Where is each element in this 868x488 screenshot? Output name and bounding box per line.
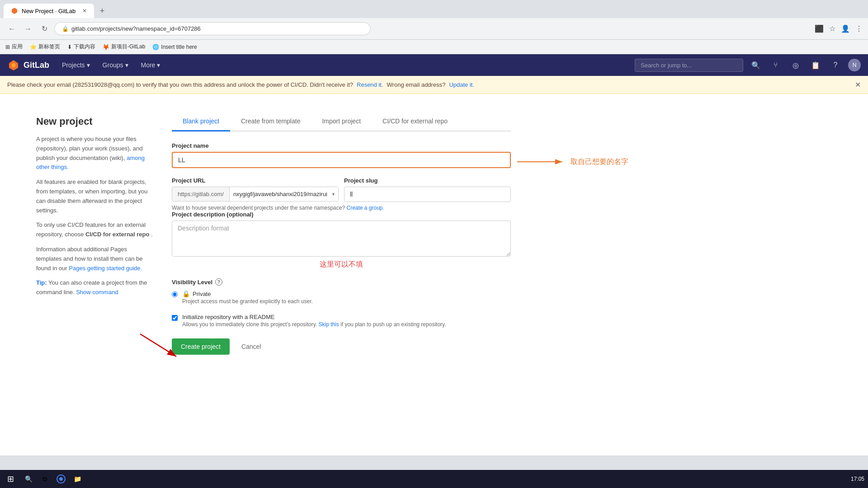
sidebar-para4: Information about additional Pages templ… [36, 245, 154, 273]
description-group: Project description (optional) 这里可以不填 [172, 211, 511, 269]
url-input-group: https://gitlab.com/ nxygigf/javaweb/shan… [172, 187, 339, 202]
apps-icon: ⊞ [5, 44, 10, 50]
reload-button[interactable]: ↻ [38, 23, 51, 35]
bookmark-icon[interactable]: ☆ [829, 24, 835, 33]
sidebar-para3: To only use CI/CD features for an extern… [36, 221, 154, 239]
readme-desc: Allows you to immediately clone this pro… [182, 321, 446, 328]
issues-icon[interactable]: ◎ [788, 58, 803, 72]
form-actions: Create project Cancel [172, 338, 511, 355]
tab-close-button[interactable]: ✕ [82, 8, 87, 14]
url-path-select[interactable]: nxygigf/javaweb/shanxi2019/mazirui ▾ [230, 187, 338, 201]
address-bar-row: ← → ↻ 🔒 gitlab.com/projects/new?namespac… [0, 18, 868, 40]
tab-create-template[interactable]: Create from template [230, 112, 311, 131]
url-prefix: https://gitlab.com/ [172, 187, 230, 201]
annotation-text: 取自己想要的名字 [571, 157, 628, 167]
nav-menu: Projects ▾ Groups ▾ More ▾ [57, 58, 165, 72]
annotation-arrow-svg [513, 155, 567, 169]
bookmarks-bar: ⊞ 应用 ⭐ 新标签页 ⬇ 下载内容 🦊 新项目-GitLab 🌐 Insert… [0, 40, 868, 54]
project-slug-group: Project slug [344, 177, 511, 202]
form-tabs: Blank project Create from template Impor… [172, 112, 511, 131]
project-slug-input[interactable] [344, 187, 511, 202]
chevron-down-icon: ▾ [332, 192, 335, 197]
tab-import-project[interactable]: Import project [311, 112, 372, 131]
new-tab-button[interactable]: + [96, 5, 108, 17]
private-option: 🔒 Private Project access must be granted… [172, 290, 511, 305]
project-name-input[interactable] [173, 153, 510, 167]
gitlab-logo[interactable]: GitLab [7, 59, 49, 71]
readme-checkbox[interactable] [172, 315, 178, 321]
tab-blank-project[interactable]: Blank project [172, 112, 230, 131]
description-input[interactable] [172, 221, 511, 257]
wrong-email-text: Wrong email address? [387, 81, 446, 88]
url-path-text: nxygigf/javaweb/shanxi2019/mazirui [233, 191, 330, 197]
project-name-group: Project name [172, 142, 511, 168]
gitlab-navbar: GitLab Projects ▾ Groups ▾ More ▾ 🔍 [0, 54, 868, 76]
profile-icon[interactable]: 👤 [841, 24, 850, 33]
gitlab-wordmark: GitLab [24, 61, 49, 70]
readme-label: Initialize repository with a README [182, 314, 446, 320]
lock-icon: 🔒 [62, 26, 69, 32]
resend-link[interactable]: Resend it. [357, 81, 383, 88]
visibility-section: Visibility Level ? 🔒 Private Project acc… [172, 278, 511, 305]
taskbar-right: 17:05 [851, 476, 864, 482]
merge-request-icon[interactable]: ⑂ [769, 58, 783, 72]
help-icon[interactable]: ? [828, 58, 843, 72]
sidebar: New project A project is where you house… [36, 112, 154, 437]
globe-icon: 🌐 [152, 44, 159, 50]
projects-menu[interactable]: Projects ▾ [57, 58, 95, 72]
update-link[interactable]: Update it. [449, 81, 474, 88]
start-button[interactable]: ⊞ [4, 474, 18, 484]
sidebar-para1: A project is where you house your files … [36, 135, 154, 172]
nav-search-input[interactable] [635, 59, 743, 72]
browser-tab[interactable]: New Project · GitLab ✕ [4, 4, 94, 18]
project-url-label: Project URL [172, 177, 339, 184]
visibility-label: Visibility Level ? [172, 278, 511, 286]
groups-menu[interactable]: Groups ▾ [97, 58, 134, 72]
bookmark-apps[interactable]: ⊞ 应用 [5, 43, 23, 51]
activity-icon[interactable]: 📋 [808, 58, 823, 72]
create-group-link[interactable]: Create a group. [346, 205, 384, 211]
search-icon[interactable]: 🔍 [749, 58, 763, 72]
tab-cicd-external[interactable]: CI/CD for external repo [372, 112, 458, 131]
gitlab-app: GitLab Projects ▾ Groups ▾ More ▾ 🔍 [0, 54, 868, 455]
svg-point-9 [59, 477, 63, 481]
menu-icon[interactable]: ⋮ [855, 24, 863, 33]
main-content: New project A project is where you house… [0, 94, 868, 455]
visibility-help-icon[interactable]: ? [215, 278, 222, 286]
taskbar-task-view[interactable]: ⧉ [38, 472, 52, 486]
sidebar-tip: Tip: You can also create a project from … [36, 278, 154, 297]
project-name-label: Project name [172, 142, 511, 149]
project-url-group: Project URL https://gitlab.com/ nxygigf/… [172, 177, 339, 202]
toolbar-right: ⬛ ☆ 👤 ⋮ [815, 24, 863, 33]
project-url-row: Project URL https://gitlab.com/ nxygigf/… [172, 177, 511, 202]
bookmark-downloads[interactable]: ⬇ 下载内容 [67, 43, 95, 51]
alert-close-button[interactable]: ✕ [855, 80, 861, 89]
private-radio[interactable] [172, 291, 178, 297]
fox-icon: 🦊 [103, 44, 109, 50]
lock-icon: 🔒 [182, 290, 190, 297]
user-avatar[interactable]: N [848, 59, 861, 71]
readme-option: Initialize repository with a README Allo… [172, 314, 511, 328]
alert-banner: Please check your email (2825319028@qq.c… [0, 76, 868, 94]
address-input[interactable]: 🔒 gitlab.com/projects/new?namespace_id=6… [54, 22, 371, 35]
download-icon: ⬇ [67, 44, 72, 50]
name-annotation: 取自己想要的名字 [513, 155, 628, 169]
bookmark-newtab[interactable]: ⭐ 新标签页 [30, 43, 60, 51]
more-menu[interactable]: More ▾ [136, 58, 166, 72]
private-desc: Project access must be granted explicitl… [182, 298, 313, 305]
description-annotation: 这里可以不填 [172, 260, 511, 269]
project-form: Blank project Create from template Impor… [172, 112, 511, 437]
create-project-button[interactable]: Create project [172, 338, 230, 355]
project-slug-label: Project slug [344, 177, 511, 184]
skip-link[interactable]: Skip this [319, 321, 339, 328]
bookmark-gitlab-project[interactable]: 🦊 新项目-GitLab [103, 43, 145, 51]
back-button[interactable]: ← [5, 23, 18, 35]
bookmark-insert-title[interactable]: 🌐 Insert title here [152, 44, 197, 50]
taskbar-chrome[interactable] [54, 472, 68, 486]
cancel-button[interactable]: Cancel [237, 338, 266, 355]
namespace-hint: Want to house several dependent projects… [172, 205, 511, 211]
forward-button[interactable]: → [22, 23, 34, 35]
taskbar-search[interactable]: 🔍 [21, 472, 36, 486]
extensions-icon[interactable]: ⬛ [815, 24, 824, 33]
taskbar-explorer[interactable]: 📁 [70, 472, 85, 486]
